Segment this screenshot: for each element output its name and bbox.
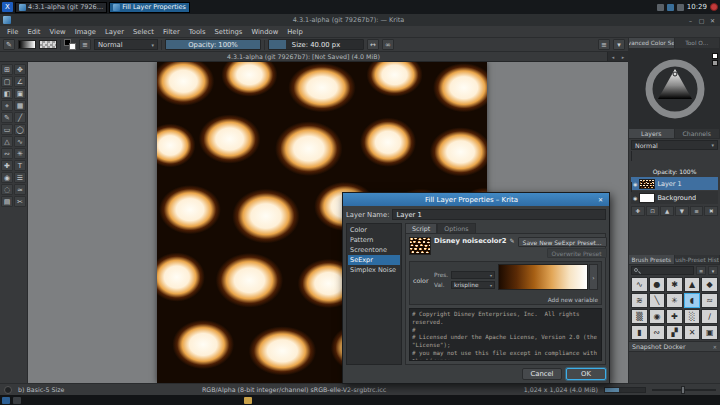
duplicate-layer-button[interactable]: ⊡ bbox=[646, 206, 660, 216]
generator-color[interactable]: Color bbox=[348, 225, 400, 235]
menu-tools[interactable]: Tools bbox=[185, 28, 210, 36]
brush-preset-cell-13[interactable]: ░ bbox=[684, 309, 701, 324]
taskbar-window-dialog[interactable]: Fill Layer Properties bbox=[109, 2, 190, 13]
assistants-tool[interactable]: ✚ bbox=[1, 160, 13, 171]
brush-preset-cell-7[interactable]: ✳ bbox=[666, 293, 683, 308]
move-layer-up-button[interactable]: ▲ bbox=[660, 206, 674, 216]
script-editor[interactable]: # Copyright Disney Enterprises, Inc. All… bbox=[409, 308, 602, 361]
zoom-slider[interactable] bbox=[652, 386, 716, 394]
generator-seexpr[interactable]: SeExpr bbox=[348, 255, 400, 265]
brush-preset-cell-12[interactable]: ✚ bbox=[666, 309, 683, 324]
rectangle-tool[interactable]: ▭ bbox=[1, 124, 13, 135]
brush-preset-cell-15[interactable]: ▮ bbox=[631, 325, 648, 340]
reference-images-tool[interactable]: ▤ bbox=[1, 196, 13, 207]
close-button[interactable]: ✕ bbox=[708, 17, 717, 24]
history-swatch-white[interactable] bbox=[712, 53, 718, 59]
taskbar-window-krita[interactable]: 4:3.1-alpha (git 7926… bbox=[15, 2, 107, 13]
outline-select-tool[interactable]: ◌ bbox=[1, 184, 13, 195]
val-combo[interactable]: krispline▾ bbox=[451, 281, 495, 289]
pencil-icon[interactable]: ✎ bbox=[510, 237, 515, 244]
freehand-path-tool[interactable]: ∿ bbox=[14, 136, 26, 147]
freehand-brush-tool[interactable]: ✎ bbox=[1, 112, 13, 123]
layer-name-input[interactable]: Layer 1 bbox=[392, 209, 606, 220]
tab-tool-options[interactable]: Tool O... bbox=[675, 38, 720, 48]
taskbar-folder-icon[interactable] bbox=[244, 397, 252, 404]
gradient-strip[interactable] bbox=[498, 264, 588, 290]
taskbar-terminal-icon[interactable] bbox=[13, 397, 21, 404]
save-new-preset-button[interactable]: Save New SeExpr Preset... bbox=[518, 237, 607, 247]
layer-row-background[interactable]: ◉ Background bbox=[631, 191, 718, 204]
menu-view[interactable]: View bbox=[46, 28, 70, 36]
sv-triangle[interactable] bbox=[658, 69, 692, 99]
tab-advanced-color-selector[interactable]: Advanced Color Sel... bbox=[629, 38, 675, 48]
taskbar-x-icon[interactable] bbox=[2, 397, 10, 404]
visibility-icon[interactable]: ◉ bbox=[633, 195, 637, 201]
cancel-button[interactable]: Cancel bbox=[522, 368, 562, 380]
power-icon[interactable] bbox=[710, 3, 718, 11]
ok-button[interactable]: OK bbox=[566, 368, 606, 380]
brush-preset-cell-14[interactable]: ∕ bbox=[701, 309, 718, 324]
workspace-chooser-button[interactable]: ≡ bbox=[598, 39, 610, 50]
ellipse-tool[interactable]: ◯ bbox=[14, 124, 26, 135]
brush-preset-cell-10[interactable]: ▒ bbox=[631, 309, 648, 324]
pres-combo[interactable]: ▾ bbox=[451, 271, 495, 279]
history-swatch-gray[interactable] bbox=[712, 60, 718, 66]
brush-editor-button[interactable]: ≡ bbox=[79, 39, 91, 50]
tray-icon-1[interactable] bbox=[657, 4, 664, 11]
pattern-chooser-button[interactable] bbox=[39, 40, 57, 49]
bezier-curve-tool[interactable]: ∾ bbox=[1, 148, 13, 159]
tab-options[interactable]: Options bbox=[437, 223, 475, 233]
tab-brush-presets[interactable]: Brush Presets bbox=[629, 255, 675, 264]
dialog-close-button[interactable]: ✕ bbox=[596, 196, 605, 203]
preset-view-mode-button[interactable]: ≡ bbox=[696, 266, 706, 275]
menu-edit[interactable]: Edit bbox=[23, 28, 44, 36]
brush-preset-chooser-button[interactable]: ✎ bbox=[3, 39, 15, 50]
gradient-chooser-button[interactable] bbox=[18, 40, 36, 49]
line-tool[interactable]: ╱ bbox=[14, 112, 26, 123]
brush-preset-cell-3[interactable]: ▲ bbox=[684, 277, 701, 292]
maximize-button[interactable]: ▢ bbox=[697, 17, 706, 24]
search-input[interactable] bbox=[631, 266, 694, 275]
brush-preset-cell-2[interactable]: ✱ bbox=[666, 277, 683, 292]
menu-window[interactable]: Window bbox=[247, 28, 282, 36]
generator-pattern[interactable]: Pattern bbox=[348, 235, 400, 245]
multibrush-tool[interactable]: ✳ bbox=[14, 148, 26, 159]
generator-screentone[interactable]: Screentone bbox=[348, 245, 400, 255]
text-tool[interactable]: T bbox=[14, 160, 26, 171]
generator-simplex-noise[interactable]: Simplex Noise bbox=[348, 265, 400, 275]
brush-preset-cell-18[interactable]: ✕ bbox=[684, 325, 701, 340]
current-brush-preset[interactable]: b) Basic-5 Size bbox=[18, 386, 64, 393]
menu-help[interactable]: Help bbox=[283, 28, 307, 36]
background-color[interactable] bbox=[69, 43, 76, 50]
color-picker-tool[interactable]: ⌖ bbox=[1, 100, 13, 111]
menu-select[interactable]: Select bbox=[129, 28, 158, 36]
dialog-titlebar[interactable]: Fill Layer Properties – Krita ✕ bbox=[343, 193, 609, 206]
tab-layers[interactable]: Layers bbox=[629, 129, 675, 138]
move-layer-down-button[interactable]: ▼ bbox=[675, 206, 689, 216]
brush-preset-cell-4[interactable]: ◆ bbox=[701, 277, 718, 292]
wrap-around-button[interactable]: ∞ bbox=[382, 39, 394, 50]
brush-preset-cell-0[interactable]: ∿ bbox=[631, 277, 648, 292]
opacity-slider[interactable]: Opacity: 100% bbox=[165, 39, 261, 50]
add-layer-button[interactable]: ✚ bbox=[631, 206, 645, 216]
close-icon[interactable]: ✕ bbox=[713, 344, 717, 350]
tray-icon-2[interactable] bbox=[667, 4, 674, 11]
menu-filter[interactable]: Filter bbox=[159, 28, 184, 36]
menu-settings[interactable]: Settings bbox=[211, 28, 247, 36]
brush-preset-cell-9[interactable]: ≈ bbox=[701, 293, 718, 308]
layer-properties-button[interactable]: ≡ bbox=[690, 206, 704, 216]
document-tab[interactable]: 4.3.1-alpha (git 79267b7): [Not Saved] (… bbox=[0, 52, 608, 61]
brush-preset-cell-19[interactable]: ▣ bbox=[701, 325, 718, 340]
brush-preset-cell-8[interactable]: ◖ bbox=[684, 293, 701, 308]
measure-tool[interactable]: ∠ bbox=[14, 76, 26, 87]
transform-tool[interactable]: ⊞ bbox=[1, 64, 13, 75]
tab-script[interactable]: Script bbox=[405, 223, 437, 233]
layer-blend-combo[interactable]: Normal ▾ bbox=[631, 140, 718, 150]
pattern-edit-tool[interactable]: ▦ bbox=[14, 100, 26, 111]
fill-tool[interactable]: ▣ bbox=[14, 88, 26, 99]
brush-preset-cell-1[interactable]: ● bbox=[649, 277, 666, 292]
blend-mode-combo[interactable]: Normal ▾ bbox=[94, 39, 158, 50]
tab-brush-preset-history[interactable]: Brush-Preset Hist... bbox=[675, 255, 720, 264]
minimize-button[interactable]: – bbox=[686, 17, 695, 24]
tab-scroll-left-icon[interactable]: ◂ bbox=[608, 54, 618, 60]
